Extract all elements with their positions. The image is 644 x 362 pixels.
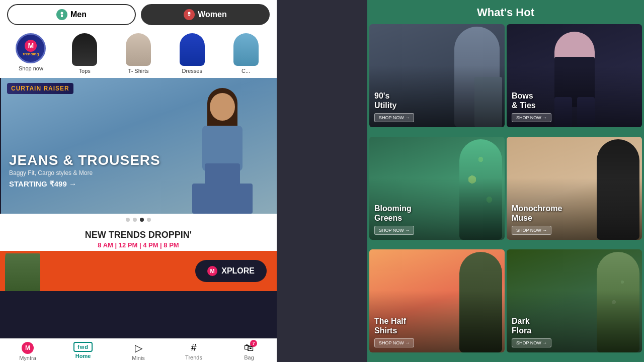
minis-icon: ▷ bbox=[135, 342, 142, 354]
bag-count-badge: 7 bbox=[250, 340, 257, 347]
category-row: M trending Shop now Tops T- Shirts Dress… bbox=[0, 29, 277, 78]
nav-home-label: Home bbox=[75, 353, 91, 359]
card-blooming-greens[interactable]: BloomingGreens SHOP NOW → bbox=[369, 137, 505, 240]
trends-icon: # bbox=[191, 342, 196, 353]
middle-gap bbox=[277, 0, 367, 362]
hot-grid: 90'sUtility SHOP NOW → bbox=[367, 24, 644, 362]
card-greens-title: BloomingGreens bbox=[374, 204, 414, 223]
category-tshirts-label: T- Shirts bbox=[128, 68, 149, 74]
card-halfshirts-content: The HalfShirts SHOP NOW → bbox=[374, 316, 414, 347]
category-trending-label: Shop now bbox=[19, 65, 43, 71]
xplore-banner: M XPLORE bbox=[0, 251, 277, 291]
card-greens-shop-label: SHOP NOW → bbox=[379, 228, 410, 233]
nav-bag-label: Bag bbox=[244, 354, 254, 360]
card-monochrome-muse[interactable]: MonochromeMuse SHOP NOW → bbox=[507, 137, 642, 240]
men-icon bbox=[56, 9, 67, 20]
card-darkflora-shop-label: SHOP NOW → bbox=[516, 340, 547, 345]
category-tops[interactable]: Tops bbox=[59, 33, 111, 74]
bag-badge-container: 🛍 7 bbox=[244, 342, 254, 353]
curtain-raiser-badge: CURTAIN RAISER bbox=[7, 83, 73, 94]
category-tshirts[interactable]: T- Shirts bbox=[113, 33, 165, 74]
category-other[interactable]: C... bbox=[220, 33, 272, 74]
hero-price: STARTING ₹499 → bbox=[9, 179, 160, 189]
bottom-nav: M Myntra fwd Home ▷ Minis # Trends 🛍 7 B… bbox=[0, 338, 277, 362]
left-panel: Men Women M trending Shop now Tops bbox=[0, 0, 277, 362]
tshirts-figure bbox=[126, 33, 151, 66]
card-darkflora-shop-btn[interactable]: SHOP NOW → bbox=[512, 338, 551, 347]
whats-hot-header: What's Hot bbox=[367, 0, 644, 24]
svg-point-0 bbox=[61, 12, 63, 15]
nav-trends-label: Trends bbox=[185, 354, 202, 360]
category-dresses[interactable]: Dresses bbox=[166, 33, 218, 74]
card-greens-shop-btn[interactable]: SHOP NOW → bbox=[374, 226, 414, 235]
card-darkflora-title: DarkFlora bbox=[512, 316, 551, 335]
hero-banner[interactable]: CURTAIN RAISER JEANS & TROUSERS Baggy Fi… bbox=[1, 78, 277, 214]
hero-title: JEANS & TROUSERS bbox=[9, 152, 160, 168]
men-tab-label: Men bbox=[70, 10, 87, 19]
xplore-button[interactable]: M XPLORE bbox=[195, 260, 267, 282]
hero-figure bbox=[177, 83, 268, 214]
xplore-figure bbox=[5, 253, 45, 291]
trends-dropin: NEW TRENDS DROPPIN' 8 AM | 12 PM | 4 PM … bbox=[0, 226, 277, 251]
nav-bag[interactable]: 🛍 7 Bag bbox=[221, 342, 277, 361]
nav-minis-label: Minis bbox=[132, 355, 145, 361]
svg-rect-1 bbox=[61, 15, 63, 17]
hero-text: JEANS & TROUSERS Baggy Fit, Cargo styles… bbox=[9, 152, 160, 189]
other-figure bbox=[233, 33, 259, 66]
dot-1[interactable] bbox=[126, 218, 130, 222]
card-mono-shop-btn[interactable]: SHOP NOW → bbox=[512, 226, 551, 235]
whats-hot-title: What's Hot bbox=[477, 6, 534, 19]
card-bows-content: Bows& Ties SHOP NOW → bbox=[512, 91, 551, 122]
dresses-figure bbox=[180, 33, 205, 66]
women-icon bbox=[184, 9, 195, 20]
card-mono-shop-label: SHOP NOW → bbox=[516, 228, 547, 233]
card-90s-content: 90'sUtility SHOP NOW → bbox=[374, 91, 414, 122]
gender-tabs: Men Women bbox=[0, 0, 277, 29]
right-panel: What's Hot 90'sUtility SHOP NOW → bbox=[367, 0, 644, 362]
xplore-logo: M bbox=[207, 266, 217, 276]
card-90s-utility[interactable]: 90'sUtility SHOP NOW → bbox=[369, 24, 505, 127]
card-bows-shop-btn[interactable]: SHOP NOW → bbox=[512, 113, 551, 122]
women-tab[interactable]: Women bbox=[141, 4, 270, 25]
nav-minis[interactable]: ▷ Minis bbox=[111, 342, 166, 361]
category-other-label: C... bbox=[242, 68, 250, 74]
dot-4[interactable] bbox=[147, 218, 151, 222]
card-halfshirts-shop-btn[interactable]: SHOP NOW → bbox=[374, 338, 414, 347]
trends-title: NEW TRENDS DROPPIN' bbox=[0, 230, 277, 240]
card-bows-title: Bows& Ties bbox=[512, 91, 551, 110]
myntra-logo-icon: M bbox=[22, 342, 34, 354]
card-90s-shop-label: SHOP NOW → bbox=[379, 115, 410, 120]
card-90s-title: 90'sUtility bbox=[374, 91, 414, 110]
category-dresses-label: Dresses bbox=[182, 68, 202, 74]
svg-point-2 bbox=[188, 12, 191, 15]
hero-subtitle: Baggy Fit, Cargo styles & More bbox=[9, 169, 160, 176]
card-mono-title: MonochromeMuse bbox=[512, 204, 562, 223]
card-halfshirts-title: The HalfShirts bbox=[374, 316, 414, 335]
xplore-label: XPLORE bbox=[221, 266, 255, 276]
nav-myntra-label: Myntra bbox=[19, 355, 36, 361]
card-90s-shop-btn[interactable]: SHOP NOW → bbox=[374, 113, 414, 122]
men-tab[interactable]: Men bbox=[7, 4, 136, 25]
card-greens-content: BloomingGreens SHOP NOW → bbox=[374, 204, 414, 235]
card-halfshirts-shop-label: SHOP NOW → bbox=[379, 340, 410, 345]
nav-home[interactable]: fwd Home bbox=[55, 342, 111, 361]
fwd-icon: fwd bbox=[73, 342, 93, 352]
women-tab-label: Women bbox=[198, 10, 226, 19]
card-dark-flora[interactable]: DarkFlora SHOP NOW → bbox=[507, 249, 642, 352]
carousel-dots bbox=[0, 214, 277, 226]
card-half-shirts[interactable]: The HalfShirts SHOP NOW → bbox=[369, 249, 505, 352]
card-bows-ties[interactable]: Bows& Ties SHOP NOW → bbox=[507, 24, 642, 127]
trends-times: 8 AM | 12 PM | 4 PM | 8 PM bbox=[0, 241, 277, 249]
dot-2[interactable] bbox=[133, 218, 137, 222]
tops-figure bbox=[72, 33, 97, 66]
card-darkflora-content: DarkFlora SHOP NOW → bbox=[512, 316, 551, 347]
nav-myntra[interactable]: M Myntra bbox=[0, 342, 55, 361]
trending-icon: M trending bbox=[16, 33, 46, 63]
nav-trends[interactable]: # Trends bbox=[166, 342, 221, 361]
category-tops-label: Tops bbox=[79, 68, 91, 74]
category-trending[interactable]: M trending Shop now bbox=[5, 33, 57, 74]
dot-3[interactable] bbox=[140, 218, 144, 222]
card-bows-shop-label: SHOP NOW → bbox=[516, 115, 547, 120]
card-mono-content: MonochromeMuse SHOP NOW → bbox=[512, 204, 562, 235]
